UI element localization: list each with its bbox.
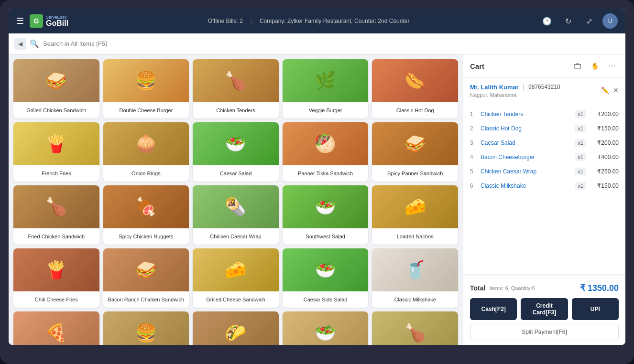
item-card[interactable]: 🧀 Grilled Cheese Sandwich [193, 248, 279, 308]
cart-header: Cart ✋ ⋯ [463, 54, 625, 78]
item-card[interactable]: 🍗 [372, 311, 458, 345]
items-grid: 🥪 Grilled Chicken Sandwich 🍔 Double Chee… [13, 59, 458, 345]
cart-item-name[interactable]: Classic Hot Dog [481, 125, 571, 132]
item-card[interactable]: 🌿 Veggie Burger [283, 59, 369, 118]
item-image: 🥪 [13, 59, 99, 102]
item-image: 🥗 [283, 248, 369, 291]
item-image: 🥤 [372, 248, 458, 291]
item-image: 🍖 [103, 185, 189, 228]
cart-item-name[interactable]: Classic Milkshake [481, 182, 571, 189]
company-label: Company: Zylker Family Restaurant, Count… [260, 18, 409, 24]
item-card[interactable]: 🍖 Spicy Chicken Nuggets [103, 185, 189, 245]
item-image: 🌯 [193, 185, 279, 228]
logo-text: ServeEasy GoBill [46, 15, 68, 27]
cart-total-label: Total [470, 284, 485, 292]
cart-item-qty[interactable]: x1 [575, 182, 586, 190]
pay-cash-btn[interactable]: Cash[F2] [470, 298, 517, 320]
menu-icon[interactable]: ☰ [16, 16, 24, 26]
customer-details: Mr. Lalith Kumar | 9876543210 Nagpur, Ma… [470, 83, 560, 98]
item-card[interactable]: 🥙 Panner Tikka Sandwich [283, 122, 369, 182]
clear-cart-btn[interactable] [571, 59, 584, 73]
item-image: 🥗 [283, 311, 369, 345]
item-image: 🍗 [193, 59, 279, 102]
item-card[interactable]: 🍟 French Fries [13, 122, 99, 182]
cart-item-qty[interactable]: x1 [575, 139, 586, 147]
cart-total-left: Total Items: 6, Quantity:6 [470, 284, 535, 292]
item-card[interactable]: 🌮 [193, 311, 279, 345]
cart-item-name[interactable]: Caesar Salad [481, 139, 571, 146]
cart-item-qty[interactable]: x1 [575, 125, 586, 132]
item-name: Caesar Side Salad [283, 291, 369, 308]
item-card[interactable]: 🥤 Classic Milkshake [372, 248, 458, 308]
item-card[interactable]: 🥗 Southwest Salad [283, 185, 369, 245]
cart-item-price: ₹200.00 [590, 111, 619, 118]
item-name: Grilled Chicken Sandwich [13, 102, 99, 118]
item-image: 🌮 [193, 311, 279, 345]
search-toggle-btn[interactable]: ◀ [14, 38, 26, 50]
history-icon[interactable]: 🕐 [539, 13, 555, 29]
item-card[interactable]: 🧅 Onion Rings [103, 122, 189, 182]
item-card[interactable]: 🍗 Fried Chicken Sandwich [13, 185, 99, 245]
pay-credit-btn[interactable]: Credit Card[F3] [521, 298, 568, 320]
cart-item-num: 3 [470, 139, 477, 146]
item-image: 🍕 [13, 311, 99, 345]
item-name: Fried Chicken Sandwich [13, 228, 99, 245]
cart-item: 6 Classic Milkshake x1 ₹150.00 [463, 179, 625, 193]
item-card[interactable]: 🥗 [283, 311, 369, 345]
item-card[interactable]: 🥪 Bacon Ranch Chicken Sandwich [103, 248, 189, 308]
pay-upi-btn[interactable]: UPI [572, 298, 619, 320]
customer-phone: 9876543210 [528, 84, 560, 90]
item-name: Veggie Burger [283, 102, 369, 118]
item-card[interactable]: 🥗 Caesar Side Salad [283, 248, 369, 308]
cart-item-num: 6 [470, 182, 477, 189]
cart-item-price: ₹250.00 [590, 168, 619, 175]
item-name: Caesar Salad [193, 165, 279, 182]
item-card[interactable]: 🧀 Loaded Nachos [372, 185, 458, 245]
customer-actions: ✏️ ✕ [601, 86, 619, 94]
cart-item-num: 1 [470, 111, 477, 118]
cart-item-qty[interactable]: x1 [575, 153, 586, 161]
item-card[interactable]: 🍟 Chili Cheese Fries [13, 248, 99, 308]
offline-bills-label: Offline Bills: 2 [208, 18, 243, 24]
item-image: 🍟 [13, 248, 99, 291]
customer-location: Nagpur, Maharastra [470, 92, 560, 98]
item-card[interactable]: 🥪 Grilled Chicken Sandwich [13, 59, 99, 118]
item-image: 🥪 [103, 248, 189, 291]
customer-info: Mr. Lalith Kumar | 9876543210 Nagpur, Ma… [463, 78, 625, 103]
split-payment-btn[interactable]: Split Payment[F6] [470, 324, 619, 340]
cart-item-qty[interactable]: x1 [575, 168, 586, 175]
item-image: 🍟 [13, 122, 99, 165]
item-card[interactable]: 🥪 Spicy Panner Sandwich [372, 122, 458, 182]
fullscreen-icon[interactable]: ⤢ [581, 13, 597, 29]
search-icon: 🔍 [30, 39, 39, 48]
search-bar: ◀ 🔍 [9, 33, 625, 54]
customer-name[interactable]: Mr. Lalith Kumar [470, 84, 519, 91]
item-image: 🥗 [283, 185, 369, 228]
item-name: Grilled Cheese Sandwich [193, 291, 279, 308]
avatar[interactable]: U [602, 13, 618, 29]
item-card[interactable]: 🌭 Classic Hot Dog [372, 59, 458, 118]
remove-customer-btn[interactable]: ✕ [613, 86, 619, 94]
refresh-icon[interactable]: ↻ [560, 13, 576, 29]
cart-item-name[interactable]: Bacon Cheeseburger [481, 154, 571, 161]
item-image: 🍗 [13, 185, 99, 228]
cart-item: 2 Classic Hot Dog x1 ₹150.00 [463, 121, 625, 136]
item-card[interactable]: 🍔 Double Cheese Burger [103, 59, 189, 118]
edit-customer-btn[interactable]: ✏️ [601, 86, 609, 94]
laptop-frame: ☰ G ServeEasy GoBill Offline Bills: 2 | … [0, 0, 634, 364]
more-btn[interactable]: ⋯ [605, 59, 619, 73]
item-name: Onion Rings [103, 165, 189, 182]
search-input[interactable] [43, 40, 620, 47]
item-name: Chicken Tenders [193, 102, 279, 118]
item-card[interactable]: 🍔 [103, 311, 189, 345]
item-card[interactable]: 🍕 [13, 311, 99, 345]
item-card[interactable]: 🍗 Chicken Tenders [193, 59, 279, 118]
item-card[interactable]: 🌯 Chicken Caesar Wrap [193, 185, 279, 245]
cart-item-qty[interactable]: x1 [575, 110, 586, 118]
cart-item-name[interactable]: Chicken Tenders [481, 111, 571, 118]
cart-total-meta: Items: 6, Quantity:6 [489, 285, 535, 291]
item-card[interactable]: 🥗 Caesar Salad [193, 122, 279, 182]
hold-btn[interactable]: ✋ [588, 59, 601, 73]
cart-item-name[interactable]: Chicken Caesar Wrap [481, 168, 571, 175]
item-image: 🌿 [283, 59, 369, 102]
